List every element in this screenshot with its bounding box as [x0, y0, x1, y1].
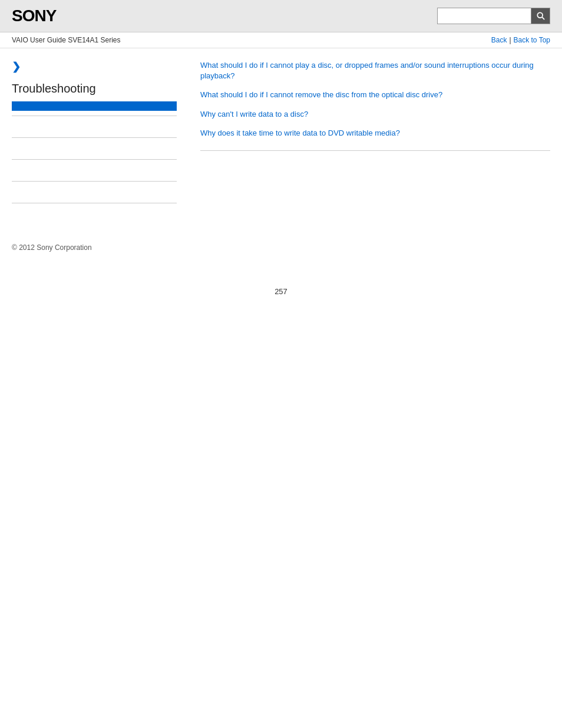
search-input[interactable] [437, 8, 531, 24]
menu-divider-4 [12, 181, 177, 182]
active-menu-item[interactable] [12, 101, 177, 111]
list-item: Why can't I write data to a disc? [200, 109, 550, 120]
main-content: ❯ Troubleshooting What should I do if I … [0, 48, 562, 220]
svg-point-0 [537, 12, 543, 18]
breadcrumb-arrow[interactable]: ❯ [12, 60, 177, 73]
content-link-3[interactable]: Why can't I write data to a disc? [200, 110, 308, 118]
nav-separator: | [509, 36, 511, 44]
right-content: What should I do if I cannot play a disc… [189, 60, 550, 208]
copyright: © 2012 Sony Corporation [12, 243, 92, 252]
svg-line-1 [542, 17, 544, 19]
nav-links: Back | Back to Top [491, 36, 550, 44]
search-area [437, 8, 550, 24]
sony-logo: SONY [12, 6, 56, 25]
search-icon [537, 12, 545, 20]
content-divider [200, 150, 550, 151]
content-link-1[interactable]: What should I do if I cannot play a disc… [200, 61, 534, 80]
nav-bar: VAIO User Guide SVE14A1 Series Back | Ba… [0, 32, 562, 48]
section-title: Troubleshooting [12, 82, 177, 95]
list-item: What should I do if I cannot remove the … [200, 90, 550, 100]
menu-divider-1 [12, 116, 177, 116]
sidebar: ❯ Troubleshooting [12, 60, 189, 208]
menu-divider-3 [12, 159, 177, 160]
list-item: Why does it take time to write data to D… [200, 128, 550, 139]
menu-divider-5 [12, 203, 177, 203]
list-item: What should I do if I cannot play a disc… [200, 60, 550, 81]
back-link[interactable]: Back [491, 36, 507, 44]
search-button[interactable] [531, 8, 550, 24]
content-link-2[interactable]: What should I do if I cannot remove the … [200, 90, 442, 99]
guide-title: VAIO User Guide SVE14A1 Series [12, 36, 121, 44]
page-number: 257 [0, 287, 562, 308]
content-link-4[interactable]: Why does it take time to write data to D… [200, 129, 400, 137]
footer: © 2012 Sony Corporation [0, 232, 562, 263]
header: SONY [0, 0, 562, 32]
menu-divider-2 [12, 137, 177, 138]
content-links: What should I do if I cannot play a disc… [200, 60, 550, 139]
back-to-top-link[interactable]: Back to Top [514, 36, 550, 44]
sidebar-dividers [12, 116, 177, 203]
